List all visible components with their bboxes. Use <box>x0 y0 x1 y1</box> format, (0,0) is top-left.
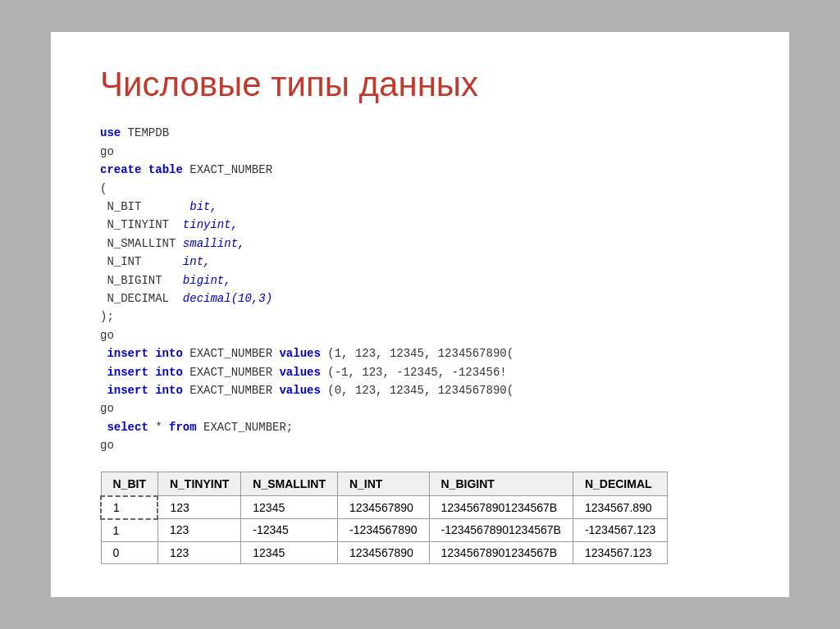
cell-ndecimal-2: -1234567.123 <box>573 519 667 542</box>
cell-ntinyint-2: 123 <box>158 519 240 542</box>
col-header-nsmallint: N_SMALLINT <box>241 472 338 496</box>
col-header-ntinyint: N_TINYINT <box>158 472 240 496</box>
cell-ntinyint-3: 123 <box>158 541 240 563</box>
cell-nsmallint-1: 12345 <box>241 496 338 519</box>
cell-nsmallint-3: 12345 <box>241 541 338 563</box>
cell-nbigint-3: 12345678901234567B <box>429 541 573 563</box>
col-header-nint: N_INT <box>337 472 429 496</box>
code-block: use TEMPDB go create table EXACT_NUMBER … <box>100 124 740 454</box>
col-header-nbigint: N_BIGINT <box>429 472 573 496</box>
cell-ndecimal-3: 1234567.123 <box>573 541 667 563</box>
cell-nbigint-1: 12345678901234567B <box>429 496 573 519</box>
cell-ntinyint-1: 123 <box>158 496 240 519</box>
slide: Числовые типы данных use TEMPDB go creat… <box>51 32 789 596</box>
cell-nint-1: 1234567890 <box>337 496 429 519</box>
cell-nbigint-2: -12345678901234567B <box>429 519 573 542</box>
cell-nint-2: -1234567890 <box>337 519 429 542</box>
table-row: 0 123 12345 1234567890 12345678901234567… <box>101 541 668 563</box>
table-row: 1 123 -12345 -1234567890 -12345678901234… <box>101 519 668 542</box>
cell-nint-3: 1234567890 <box>337 541 429 563</box>
col-header-nbit: N_BIT <box>101 472 158 496</box>
slide-title: Числовые типы данных <box>100 65 740 104</box>
cell-ndecimal-1: 1234567.890 <box>573 496 667 519</box>
table-header-row: N_BIT N_TINYINT N_SMALLINT N_INT N_BIGIN… <box>101 472 668 496</box>
cell-nbit-2: 1 <box>101 519 158 542</box>
results-table: N_BIT N_TINYINT N_SMALLINT N_INT N_BIGIN… <box>100 472 668 564</box>
table-row: 1 123 12345 1234567890 12345678901234567… <box>101 496 668 519</box>
cell-nbit-3: 0 <box>101 541 158 563</box>
col-header-ndecimal: N_DECIMAL <box>573 472 667 496</box>
cell-nbit-1: 1 <box>101 496 158 519</box>
cell-nsmallint-2: -12345 <box>241 519 338 542</box>
